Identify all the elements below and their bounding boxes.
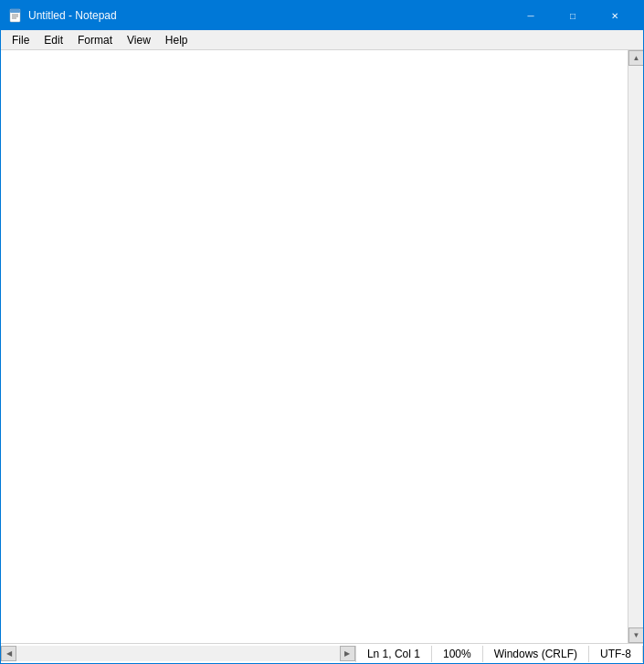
menu-view[interactable]: View (120, 30, 158, 49)
menu-format[interactable]: Format (70, 30, 120, 49)
menu-bar: File Edit Format View Help (1, 30, 643, 50)
text-editor[interactable] (1, 50, 628, 643)
menu-edit[interactable]: Edit (37, 30, 70, 49)
minimize-button[interactable]: ─ (510, 1, 552, 30)
app-icon (8, 8, 23, 23)
status-position: Ln 1, Col 1 (356, 646, 432, 662)
editor-container: ▲ ▼ (1, 50, 643, 643)
maximize-button[interactable]: □ (552, 1, 594, 30)
menu-file[interactable]: File (5, 30, 37, 49)
scrollbar-thumb[interactable] (628, 66, 643, 627)
scroll-up-button[interactable]: ▲ (628, 50, 643, 66)
menu-help[interactable]: Help (158, 30, 195, 49)
status-bar: Ln 1, Col 1 100% Windows (CRLF) UTF-8 (355, 646, 643, 662)
horizontal-scrollbar[interactable]: ◀ ▶ (1, 646, 355, 661)
vertical-scrollbar[interactable]: ▲ ▼ (628, 50, 643, 643)
window-controls: ─ □ ✕ (510, 1, 636, 30)
notepad-window: Untitled - Notepad ─ □ ✕ File Edit Forma… (0, 0, 644, 664)
scroll-down-button[interactable]: ▼ (628, 627, 643, 643)
title-bar: Untitled - Notepad ─ □ ✕ (1, 1, 643, 30)
close-button[interactable]: ✕ (594, 1, 636, 30)
status-zoom: 100% (432, 646, 483, 662)
hscroll-track (16, 646, 340, 661)
status-line-ending: Windows (CRLF) (483, 646, 589, 662)
svg-rect-1 (10, 9, 20, 13)
scroll-right-button[interactable]: ▶ (340, 646, 355, 661)
scroll-left-button[interactable]: ◀ (1, 646, 16, 661)
window-title: Untitled - Notepad (28, 9, 510, 22)
bottom-row: ◀ ▶ Ln 1, Col 1 100% Windows (CRLF) UTF-… (1, 643, 643, 663)
status-encoding: UTF-8 (589, 646, 643, 662)
